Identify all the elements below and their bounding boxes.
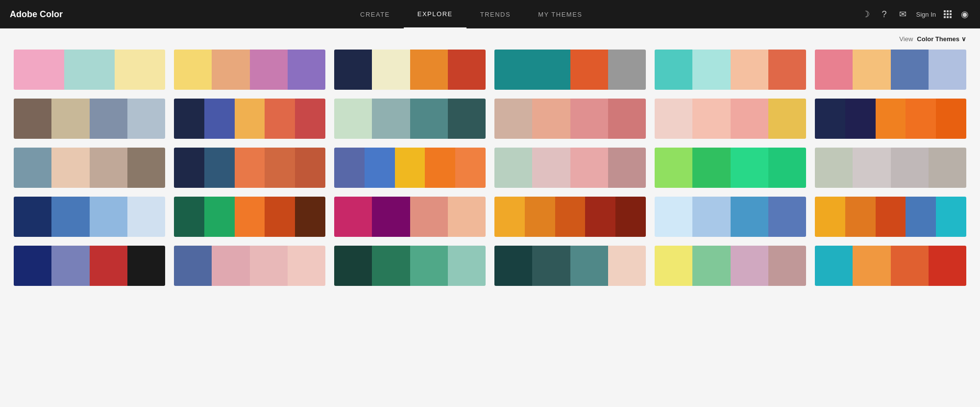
color-swatch [174,99,204,139]
palette-card[interactable] [334,50,486,90]
apps-icon[interactable] [944,10,952,18]
color-swatch [51,197,89,237]
color-swatch [876,99,906,139]
palette-card[interactable] [494,148,646,188]
color-swatch [127,246,165,286]
color-swatch [250,246,288,286]
palette-card[interactable] [655,99,806,139]
palette-card[interactable] [14,148,165,188]
chevron-down-icon: ∨ [961,35,966,43]
color-swatch [815,148,853,188]
color-swatch [532,50,570,90]
color-swatch [731,246,768,286]
nav-explore[interactable]: EXPLORE [404,0,466,28]
palette-card[interactable] [174,246,325,286]
color-swatch [608,148,646,188]
palette-card[interactable] [815,246,966,286]
palette-card[interactable] [494,197,646,237]
sign-in-link[interactable]: Sign In [916,11,936,18]
palette-card[interactable] [14,50,165,90]
palette-card[interactable] [655,148,806,188]
color-swatch [768,50,806,90]
palette-card[interactable] [815,99,966,139]
color-swatch [235,148,265,188]
palette-card[interactable] [655,246,806,286]
color-swatch [692,50,730,90]
color-swatch [731,148,768,188]
palette-card[interactable] [174,148,325,188]
help-icon[interactable]: ? [879,9,890,20]
color-swatch [494,197,525,237]
nav-create[interactable]: CREATE [346,0,404,28]
color-swatch [204,148,235,188]
color-swatch [51,99,89,139]
color-swatch [448,197,486,237]
palette-card[interactable] [14,246,165,286]
palette-card[interactable] [334,197,486,237]
view-select[interactable]: Color Themes ∨ [917,35,966,43]
color-swatch [410,99,448,139]
palette-card[interactable] [815,197,966,237]
color-swatch [891,246,929,286]
color-swatch [90,246,127,286]
nav-my-themes[interactable]: MY THEMES [524,0,596,28]
palette-card[interactable] [334,246,486,286]
color-swatch [570,50,608,90]
palette-grid [0,50,980,300]
palette-card[interactable] [174,197,325,237]
color-swatch [655,197,692,237]
color-swatch [692,99,730,139]
palette-card[interactable] [14,197,165,237]
color-swatch [655,99,692,139]
color-swatch [655,148,692,188]
palette-card[interactable] [815,148,966,188]
color-swatch [731,99,768,139]
color-swatch [14,148,51,188]
color-swatch [929,148,966,188]
color-swatch [127,148,165,188]
color-swatch [448,246,486,286]
color-swatch [570,246,608,286]
palette-card[interactable] [655,50,806,90]
color-swatch [570,99,608,139]
color-swatch [410,197,448,237]
nav-trends[interactable]: TRENDS [466,0,524,28]
color-swatch [250,50,288,90]
color-swatch [425,148,455,188]
color-swatch [655,246,692,286]
color-swatch [929,50,966,90]
color-swatch [372,50,410,90]
color-swatch [334,99,372,139]
palette-card[interactable] [494,99,646,139]
color-swatch [174,50,212,90]
color-swatch [90,99,127,139]
color-swatch [906,197,936,237]
palette-card[interactable] [334,148,486,188]
palette-card[interactable] [14,99,165,139]
color-swatch [127,99,165,139]
color-swatch [532,246,570,286]
color-swatch [365,148,395,188]
color-swatch [731,50,768,90]
moon-icon[interactable]: ☽ [860,9,871,20]
palette-card[interactable] [494,246,646,286]
color-swatch [494,246,532,286]
message-icon[interactable]: ✉ [898,9,908,20]
color-swatch [608,50,646,90]
color-swatch [532,148,570,188]
color-swatch [90,197,127,237]
palette-card[interactable] [815,50,966,90]
color-swatch [845,99,876,139]
palette-card[interactable] [174,99,325,139]
color-swatch [295,148,325,188]
color-swatch [525,197,555,237]
logo: Adobe Color [10,9,63,20]
palette-card[interactable] [494,50,646,90]
color-swatch [853,246,890,286]
palette-card[interactable] [655,197,806,237]
palette-card[interactable] [334,99,486,139]
color-swatch [853,148,890,188]
palette-card[interactable] [174,50,325,90]
user-icon[interactable]: ◉ [959,9,970,20]
color-swatch [936,99,966,139]
